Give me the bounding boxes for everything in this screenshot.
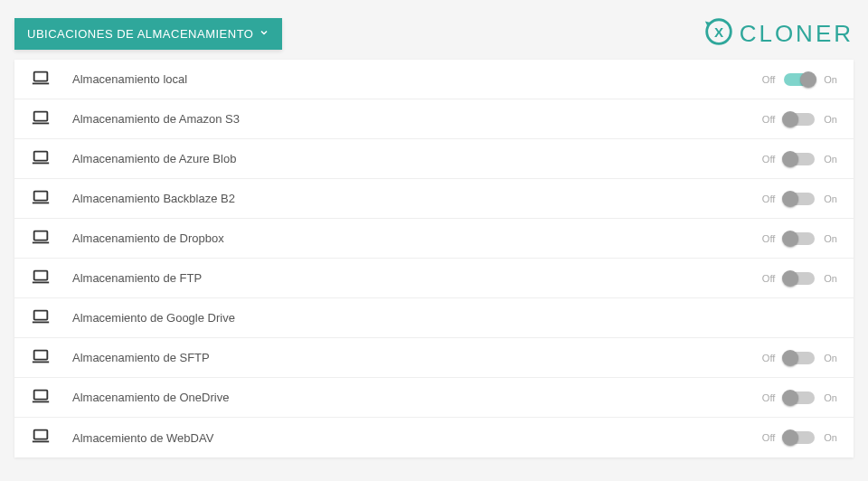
toggle-group: OffOn	[762, 153, 837, 165]
storage-label: Almacenamiento de Dropbox	[72, 231, 762, 245]
toggle-on-label: On	[824, 392, 837, 403]
svg-rect-14	[34, 310, 48, 319]
laptop-icon	[31, 147, 52, 171]
toggle-group: OffOn	[762, 391, 837, 404]
svg-rect-4	[34, 111, 48, 120]
chevron-down-icon	[259, 27, 269, 41]
toggle-on-label: On	[824, 193, 837, 204]
storage-row[interactable]: Almacemiento de WebDAVOffOn	[14, 418, 854, 457]
storage-row[interactable]: Almacenamiento Backblaze B2OffOn	[14, 179, 854, 219]
laptop-icon	[31, 187, 52, 211]
toggle-knob	[782, 270, 798, 287]
storage-toggle[interactable]	[784, 153, 815, 165]
storage-label: Almacenamiento de Azure Blob	[72, 152, 762, 165]
storage-label: Almacenamiento local	[72, 72, 762, 86]
storage-toggle[interactable]	[784, 232, 815, 245]
toggle-knob	[782, 350, 798, 366]
storage-row[interactable]: Almacenamiento de OneDriveOffOn	[14, 378, 854, 418]
storage-toggle[interactable]	[784, 352, 815, 364]
svg-rect-2	[34, 71, 48, 80]
storage-row[interactable]: Almacenamiento de Amazon S3OffOn	[14, 99, 854, 139]
storage-row[interactable]: Almacenamiento de FTPOffOn	[14, 259, 854, 298]
storage-list: Almacenamiento localOffOnAlmacenamiento …	[14, 60, 854, 457]
storage-row[interactable]: Almacenamiento de DropboxOffOn	[14, 219, 854, 259]
toggle-group: OffOn	[762, 431, 837, 444]
toggle-knob	[782, 151, 798, 167]
storage-label: Almacenamiento de OneDrive	[72, 391, 762, 404]
toggle-knob	[782, 429, 798, 446]
svg-rect-10	[34, 231, 48, 240]
svg-rect-20	[34, 430, 48, 439]
logo-mark-icon: X	[702, 14, 736, 52]
toggle-on-label: On	[824, 273, 837, 284]
svg-rect-12	[34, 270, 48, 279]
toggle-group: OffOn	[762, 193, 837, 205]
toggle-group: OffOn	[762, 272, 837, 285]
toggle-on-label: On	[824, 233, 837, 244]
toggle-knob	[782, 390, 798, 406]
dropdown-label: UBICACIONES DE ALMACENAMIENTO	[27, 27, 253, 41]
svg-rect-8	[34, 191, 48, 200]
storage-label: Almacenamiento de Amazon S3	[72, 112, 762, 126]
storage-row[interactable]: Almacemiento de Google Drive	[14, 298, 854, 338]
toggle-off-label: Off	[762, 233, 775, 244]
storage-label: Almacenamiento de SFTP	[72, 351, 762, 364]
storage-label: Almacemiento de WebDAV	[72, 431, 762, 445]
toggle-off-label: Off	[762, 74, 775, 85]
toggle-on-label: On	[824, 353, 837, 363]
toggle-group: OffOn	[762, 113, 837, 126]
toggle-off-label: Off	[762, 432, 775, 443]
svg-rect-6	[34, 151, 48, 160]
toggle-off-label: Off	[762, 154, 775, 165]
toggle-knob	[800, 71, 816, 88]
storage-row[interactable]: Almacenamiento localOffOn	[14, 60, 854, 99]
toggle-group: OffOn	[762, 232, 837, 245]
storage-label: Almacemiento de Google Drive	[72, 311, 837, 325]
svg-rect-18	[34, 390, 48, 399]
laptop-icon	[31, 346, 52, 370]
toggle-off-label: Off	[762, 392, 775, 403]
storage-label: Almacenamiento Backblaze B2	[72, 192, 762, 205]
toggle-on-label: On	[824, 154, 837, 165]
svg-text:X: X	[714, 24, 723, 40]
laptop-icon	[31, 386, 52, 410]
storage-toggle[interactable]	[784, 73, 815, 86]
logo-text: CLONER	[740, 20, 854, 48]
storage-label: Almacenamiento de FTP	[72, 271, 762, 285]
app-logo: X CLONER	[702, 14, 854, 52]
toggle-knob	[782, 111, 798, 127]
storage-toggle[interactable]	[784, 431, 815, 444]
toggle-off-label: Off	[762, 273, 775, 284]
toggle-off-label: Off	[762, 193, 775, 204]
toggle-on-label: On	[824, 74, 837, 85]
storage-toggle[interactable]	[784, 113, 815, 126]
laptop-icon	[31, 68, 52, 91]
storage-row[interactable]: Almacenamiento de Azure BlobOffOn	[14, 139, 854, 179]
toggle-on-label: On	[824, 432, 837, 443]
storage-row[interactable]: Almacenamiento de SFTPOffOn	[14, 338, 854, 378]
storage-locations-dropdown[interactable]: UBICACIONES DE ALMACENAMIENTO	[14, 18, 282, 50]
toggle-off-label: Off	[762, 114, 775, 125]
storage-toggle[interactable]	[784, 193, 815, 205]
laptop-icon	[31, 227, 52, 250]
toggle-group: OffOn	[762, 73, 837, 86]
laptop-icon	[31, 108, 52, 131]
toggle-group: OffOn	[762, 352, 837, 364]
storage-toggle[interactable]	[784, 391, 815, 404]
storage-toggle[interactable]	[784, 272, 815, 285]
laptop-icon	[31, 307, 52, 330]
toggle-off-label: Off	[762, 353, 775, 363]
svg-rect-16	[34, 350, 48, 359]
laptop-icon	[31, 426, 52, 449]
toggle-knob	[782, 231, 798, 247]
laptop-icon	[31, 267, 52, 290]
toggle-knob	[782, 191, 798, 207]
toggle-on-label: On	[824, 114, 837, 125]
